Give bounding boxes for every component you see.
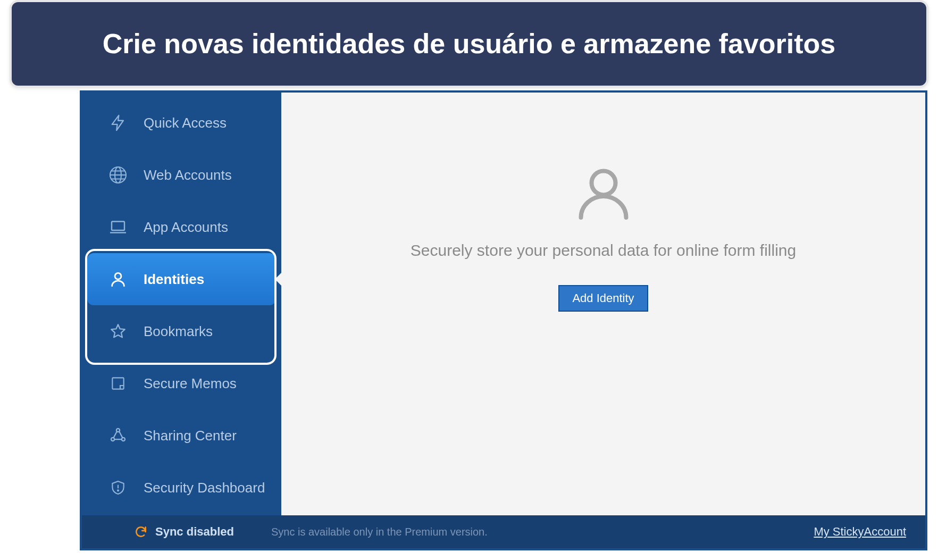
laptop-icon xyxy=(107,216,129,238)
share-icon xyxy=(107,425,129,446)
content-area: Securely store your personal data for on… xyxy=(281,93,925,515)
svg-point-11 xyxy=(591,171,615,195)
instruction-banner: Crie novas identidades de usuário e arma… xyxy=(10,0,928,88)
sidebar-item-app-accounts[interactable]: App Accounts xyxy=(87,201,276,253)
person-icon xyxy=(107,269,129,290)
sidebar-item-label: Web Accounts xyxy=(144,167,232,183)
svg-rect-5 xyxy=(112,378,123,389)
my-stickyaccount-link[interactable]: My StickyAccount xyxy=(814,525,906,539)
app-window: Quick Access Web Accounts App Accounts xyxy=(80,90,927,550)
sidebar-item-label: Bookmarks xyxy=(144,323,213,340)
sidebar-item-label: App Accounts xyxy=(144,219,228,236)
sidebar-item-sharing-center[interactable]: Sharing Center xyxy=(87,409,276,462)
sidebar-item-label: Sharing Center xyxy=(144,428,237,444)
empty-person-icon xyxy=(281,162,925,225)
empty-message: Securely store your personal data for on… xyxy=(281,241,925,260)
sync-status[interactable]: Sync disabled xyxy=(134,525,234,539)
sidebar-item-quick-access[interactable]: Quick Access xyxy=(87,97,276,149)
sync-icon xyxy=(134,525,148,539)
sidebar-item-web-accounts[interactable]: Web Accounts xyxy=(87,149,276,201)
svg-point-4 xyxy=(115,273,121,279)
empty-state: Securely store your personal data for on… xyxy=(281,162,925,312)
sidebar-item-label: Security Dashboard xyxy=(144,480,265,496)
sync-label: Sync disabled xyxy=(155,525,234,539)
sync-note: Sync is available only in the Premium ve… xyxy=(271,526,488,538)
sidebar-item-label: Identities xyxy=(144,271,204,288)
bolt-icon xyxy=(107,112,129,133)
shield-icon xyxy=(107,477,129,498)
memo-icon xyxy=(107,373,129,394)
sidebar-item-identities[interactable]: Identities xyxy=(87,253,276,305)
globe-icon xyxy=(107,164,129,186)
svg-point-8 xyxy=(122,438,125,441)
add-identity-button[interactable]: Add Identity xyxy=(558,285,648,312)
banner-text: Crie novas identidades de usuário e arma… xyxy=(103,28,835,60)
star-icon xyxy=(107,321,129,342)
app-body: Quick Access Web Accounts App Accounts xyxy=(82,93,925,515)
sidebar-item-bookmarks[interactable]: Bookmarks xyxy=(87,305,276,357)
svg-rect-3 xyxy=(112,222,124,231)
sidebar-item-label: Quick Access xyxy=(144,115,227,131)
sidebar-item-label: Secure Memos xyxy=(144,375,237,392)
svg-point-10 xyxy=(118,490,119,491)
sidebar-item-security-dashboard[interactable]: Security Dashboard xyxy=(87,462,276,514)
sidebar: Quick Access Web Accounts App Accounts xyxy=(82,93,281,515)
sidebar-item-secure-memos[interactable]: Secure Memos xyxy=(87,357,276,409)
svg-point-7 xyxy=(111,438,114,441)
status-bar: Sync disabled Sync is available only in … xyxy=(82,515,925,548)
